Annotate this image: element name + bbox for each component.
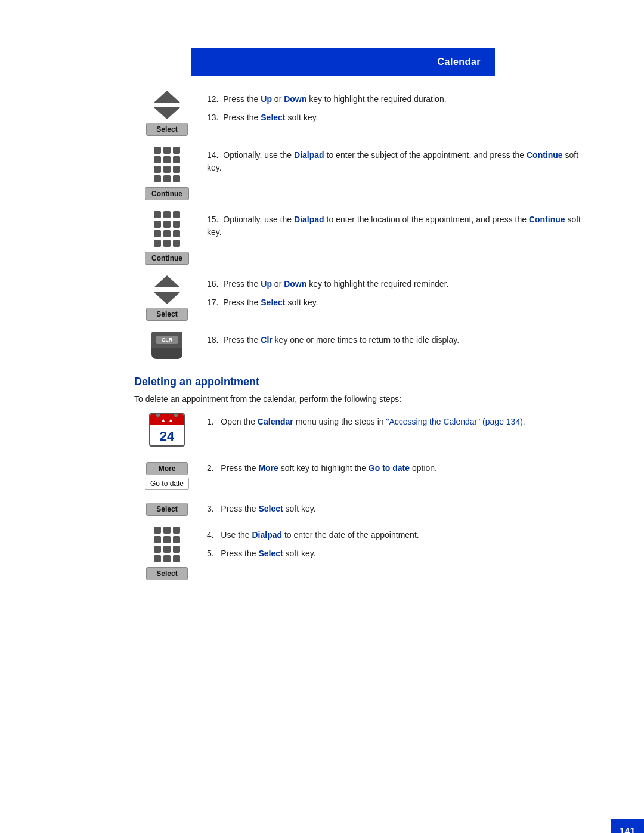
select-button-del3[interactable]: Select [146,503,188,516]
dp-dot [173,147,180,154]
text-col-16-17: 16. Press the Up or Down key to highligh… [207,275,587,309]
dp-dot [154,221,161,228]
dp-dot [163,175,171,182]
dp-dot [154,230,161,237]
text-col-del-1: 1. Open the Calendar menu using the step… [207,413,587,428]
nav-updown-icon [154,91,180,119]
step-row-16-17: Select 16. Press the Up or Down key to h… [134,275,587,321]
header-bar: Calendar [191,48,495,76]
step-row-del-4: Select 4. Use the Dialpad to enter the d… [134,527,587,580]
dp-dot [173,555,180,562]
calendar-icon: ▲ ▲ 24 [149,413,185,447]
step-text-14: 14. Optionally, use the Dialpad to enter… [207,149,587,174]
dp-dot [154,175,161,182]
dp-dot [154,546,161,553]
step-text-del-5: 5. Press the Select soft key. [207,547,587,560]
step-row-12-13: Select 12. Press the Up or Down key to h… [134,91,587,136]
text-col-18: 18. Press the Clr key one or more times … [207,332,587,346]
icon-col-clr: CLR [134,332,200,361]
dp-dot [173,221,180,228]
dp-dot [163,536,171,543]
text-col-12-13: 12. Press the Up or Down key to highligh… [207,91,587,124]
calendar-body: 24 [150,425,184,447]
step-row-del-3: Select 3. Press the Select soft key. [134,500,587,516]
dp-dot [154,166,161,173]
step-text-del-1: 1. Open the Calendar menu using the step… [207,416,587,428]
dialpad-icon-14 [154,147,180,182]
dp-dot [154,536,161,543]
icon-col-calendar: ▲ ▲ 24 [134,413,200,449]
step-text-15: 15. Optionally, use the Dialpad to enter… [207,213,587,239]
clr-key-icon: CLR [151,332,182,359]
select-button-12[interactable]: Select [146,123,188,136]
step-text-13: 13. Press the Select soft key. [207,112,587,124]
step-text-18: 18. Press the Clr key one or more times … [207,334,587,346]
dp-dot [154,527,161,534]
dp-dot [163,166,171,173]
dp-dot [163,230,171,237]
step-row-14: Continue 14. Optionally, use the Dialpad… [134,147,587,200]
icon-col-dialpad-14: Continue [134,147,200,200]
page-number: 141 [620,826,636,833]
nav-updown-icon-2 [154,275,180,304]
icon-col-dialpad-del4: Select [134,527,200,580]
step-text-del-2: 2. Press the More soft key to highlight … [207,462,587,475]
dp-dot [163,555,171,562]
dp-dot [173,527,180,534]
continue-button-14[interactable]: Continue [145,187,189,200]
dp-dot [163,147,171,154]
dp-dot [173,156,180,163]
intro-text: To delete an appointment from the calend… [134,394,587,404]
select-button-del5[interactable]: Select [146,567,188,580]
section-heading: Deleting an appointment [134,376,587,388]
dp-dot [163,156,171,163]
dp-dot [163,211,171,218]
dp-dot [173,175,180,182]
text-col-14: 14. Optionally, use the Dialpad to enter… [207,147,587,174]
step-row-15: Continue 15. Optionally, use the Dialpad… [134,211,587,265]
select-button-17[interactable]: Select [146,308,188,321]
step-row-del-1: ▲ ▲ 24 1. Open the Calendar menu using t… [134,413,587,449]
dp-dot [154,240,161,247]
dp-dot [154,156,161,163]
goto-date-option[interactable]: Go to date [145,478,189,490]
icon-col-navselect: Select [134,91,200,136]
step-text-17: 17. Press the Select soft key. [207,296,587,309]
icon-col-dialpad-15: Continue [134,211,200,265]
continue-button-15[interactable]: Continue [145,252,189,265]
dp-dot [173,166,180,173]
page-number-badge: 141 [611,819,644,833]
dp-dot [163,527,171,534]
arrow-down-icon [154,107,180,119]
text-col-15: 15. Optionally, use the Dialpad to enter… [207,211,587,239]
dp-dot [154,211,161,218]
step-text-16: 16. Press the Up or Down key to highligh… [207,278,587,290]
arrow-down-icon-2 [154,292,180,304]
arrow-up-icon [154,91,180,103]
step-row-18: CLR 18. Press the Clr key one or more ti… [134,332,587,361]
dp-dot [163,221,171,228]
text-col-del-4-5: 4. Use the Dialpad to enter the date of … [207,527,587,560]
step-row-del-2: More Go to date 2. Press the More soft k… [134,460,587,490]
dp-dot [173,240,180,247]
icon-col-navselect2: Select [134,275,200,321]
step-text-del-3: 3. Press the Select soft key. [207,503,587,515]
dp-dot [154,555,161,562]
step-text-del-4: 4. Use the Dialpad to enter the date of … [207,529,587,541]
dialpad-icon-15 [154,211,180,247]
icon-col-select-del3: Select [134,500,200,516]
step-text-12: 12. Press the Up or Down key to highligh… [207,93,587,106]
dp-dot [154,147,161,154]
dp-dot [173,546,180,553]
dp-dot [173,536,180,543]
dp-dot [163,240,171,247]
main-content: Select 12. Press the Up or Down key to h… [134,91,587,580]
dialpad-icon-del4 [154,527,180,562]
dp-dot [163,546,171,553]
page-title: Calendar [438,57,481,67]
more-button[interactable]: More [146,462,188,475]
text-col-del-3: 3. Press the Select soft key. [207,500,587,515]
icon-col-more: More Go to date [134,460,200,490]
dp-dot [173,211,180,218]
page-container: Calendar Select 12. Press the Up or Down… [0,48,644,833]
